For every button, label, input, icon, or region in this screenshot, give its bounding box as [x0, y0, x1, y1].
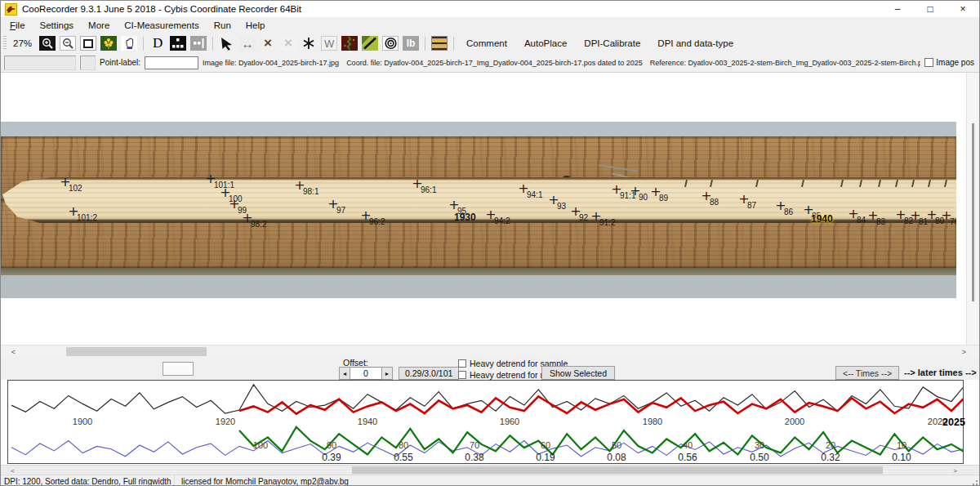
- sample-image-area[interactable]: +102+101:2+101:1+100+99+98:2+98:1+97+96:…: [1, 73, 979, 345]
- offset-spinner: ◄ 0 ►: [339, 367, 393, 380]
- marker-label: 92: [579, 213, 588, 222]
- frame-icon[interactable]: [79, 35, 97, 51]
- comment-button[interactable]: Comment: [459, 38, 514, 48]
- scan-background-top: [1, 122, 956, 136]
- chart-year-label: 2025: [942, 417, 965, 428]
- ringwidth-chart[interactable]: 1900192019401960198020002020202510090807…: [7, 380, 964, 464]
- image-file-text: Image file: Dyatlov-004_2025-birch-17.jp…: [203, 59, 339, 67]
- marker-label: 79: [950, 217, 956, 226]
- chart-ring-count-label: 40: [683, 440, 693, 450]
- delete-x-icon[interactable]: ×: [259, 35, 277, 51]
- close-button[interactable]: ×: [947, 1, 979, 17]
- titlebar: CooRecorder 9.3.1 June 5 2018 - Cybis Co…: [1, 1, 979, 17]
- toolbar-separator: [425, 37, 425, 51]
- wood-sample-icon[interactable]: [430, 35, 448, 51]
- heavy-detrend-reference-checkbox[interactable]: [458, 371, 466, 379]
- menu-item-file[interactable]: File: [2, 19, 33, 32]
- offset-value[interactable]: 0: [350, 367, 381, 380]
- marker-label: 97: [336, 206, 345, 215]
- marker-label: 89: [659, 194, 668, 203]
- image-scrollbar-thumb[interactable]: [66, 347, 207, 356]
- crossdating-controls: Offset: ◄ 0 ► 0.29/3.0/101 Heavy detrend…: [1, 357, 979, 380]
- menu-item-run[interactable]: Run: [207, 19, 238, 32]
- scroll-right-arrow-icon[interactable]: >: [958, 346, 970, 358]
- resize-grip-icon[interactable]: [969, 476, 978, 486]
- maximize-button[interactable]: □: [914, 1, 947, 17]
- dpi-calibrate-button[interactable]: DPI-Calibrate: [577, 38, 648, 48]
- chart-correlation-label: 0.32: [821, 452, 840, 463]
- image-vertical-scrollbar-thumb[interactable]: [972, 123, 974, 301]
- menu-item-settings[interactable]: Settings: [33, 19, 82, 32]
- target-icon[interactable]: [381, 35, 399, 51]
- graph-horizontal-scrollbar[interactable]: < >: [1, 465, 979, 475]
- dpi-and-data-type-button[interactable]: DPI and data-type: [650, 38, 741, 48]
- toolbar-grip: [3, 36, 7, 51]
- image-horizontal-scrollbar[interactable]: < >: [1, 345, 979, 357]
- letter-w-icon[interactable]: W: [320, 35, 338, 51]
- marker-label: 90: [639, 193, 648, 202]
- autoplace-button[interactable]: AutoPlace: [517, 38, 574, 48]
- asterisk-icon[interactable]: [300, 35, 318, 51]
- chart-correlation-label: 0.08: [607, 452, 626, 463]
- chart-ring-count-label: 70: [470, 440, 479, 450]
- image-pos-checkbox[interactable]: [924, 58, 933, 67]
- graph-scrollbar-thumb[interactable]: [352, 466, 883, 474]
- chart-correlation-label: 0.39: [322, 452, 341, 463]
- points-dark-icon[interactable]: [169, 35, 187, 51]
- show-selected-button[interactable]: Show Selected: [541, 366, 615, 380]
- marker-label: 86: [784, 207, 793, 216]
- marker-label: 83: [876, 217, 885, 226]
- menu-item-help[interactable]: Help: [238, 19, 273, 32]
- toolbar-separator: [212, 37, 213, 51]
- diagonal-line-icon[interactable]: [361, 35, 379, 51]
- core-sample-photo[interactable]: +102+101:2+101:1+100+99+98:2+98:1+97+96:…: [1, 122, 956, 298]
- chart-correlation-label: 0.56: [678, 452, 697, 463]
- chart-ring-count-label: 100: [253, 440, 268, 450]
- marker-label: 91:2: [599, 218, 615, 227]
- graph-scroll-right-arrow-icon[interactable]: >: [950, 466, 960, 475]
- heavy-detrend-sample-checkbox[interactable]: [458, 359, 466, 368]
- marker-label: 101:2: [77, 213, 97, 222]
- point-label-input[interactable]: [145, 56, 198, 69]
- points-gray-icon[interactable]: [189, 35, 207, 51]
- chart-year-label: 1940: [358, 417, 377, 426]
- pan-hand-icon[interactable]: [120, 35, 138, 51]
- core-image-icon[interactable]: [341, 35, 359, 51]
- delete-x-disabled-icon[interactable]: ×: [279, 35, 297, 51]
- offset-decrement-icon[interactable]: ◄: [339, 367, 350, 380]
- scan-background-bottom: [1, 275, 956, 298]
- crossdating-graph-area: 1900192019401960198020002020202510090807…: [1, 380, 979, 465]
- marker-label: 102: [69, 184, 82, 193]
- zoom-in-icon[interactable]: [38, 35, 56, 51]
- series-reference-detrended: [239, 427, 963, 455]
- chart-ring-count-label: 90: [327, 440, 336, 450]
- offset-increment-icon[interactable]: ►: [381, 367, 393, 380]
- flower-icon[interactable]: [100, 35, 118, 51]
- minimize-button[interactable]: –: [881, 1, 914, 17]
- decade-year-label: 1930: [454, 212, 476, 223]
- marker-label: 84: [857, 216, 866, 225]
- letter-d-icon[interactable]: D: [149, 35, 167, 51]
- status-box: [4, 56, 76, 70]
- zoom-level[interactable]: 27%: [11, 38, 36, 48]
- toolbar-separator: [453, 37, 454, 51]
- times-button[interactable]: <-- Times -->: [835, 366, 899, 380]
- chart-year-label: 1960: [500, 417, 519, 426]
- marker-label: 94:2: [494, 216, 510, 225]
- correlation-ratio-button[interactable]: 0.29/3.0/101: [399, 367, 459, 380]
- marker-label: 98:2: [251, 220, 266, 229]
- menu-item-more[interactable]: More: [81, 19, 117, 32]
- chart-correlation-label: 0.55: [394, 452, 412, 463]
- app-logo-icon: [5, 3, 17, 16]
- horizontal-resize-icon[interactable]: ↔: [238, 35, 256, 51]
- marker-label: 96:2: [369, 217, 385, 226]
- status-bar: DPI: 1200, Sorted data: Dendro, Full rin…: [1, 475, 979, 486]
- lb-icon[interactable]: lb: [402, 35, 420, 51]
- image-vertical-scrollbar[interactable]: [966, 73, 979, 345]
- cursor-arrow-icon[interactable]: [218, 35, 236, 51]
- zoom-out-icon[interactable]: [59, 35, 77, 51]
- menu-item-ci-measurements[interactable]: CI-Measurements: [117, 19, 206, 32]
- graph-scroll-left-arrow-icon[interactable]: <: [7, 466, 18, 475]
- window-title: CooRecorder 9.3.1 June 5 2018 - Cybis Co…: [22, 4, 301, 14]
- scroll-left-arrow-icon[interactable]: <: [7, 346, 20, 358]
